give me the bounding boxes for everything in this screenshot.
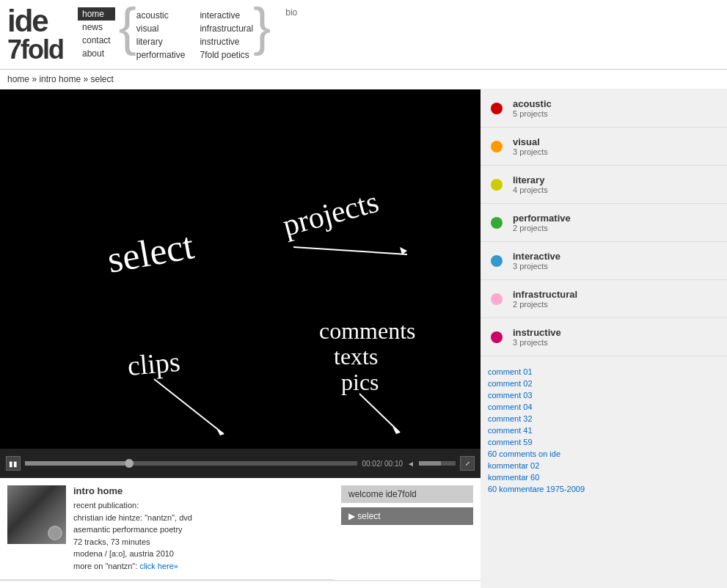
comments-60-ide[interactable]: 60 comments on ide <box>488 448 720 460</box>
breadcrumb-current: select <box>90 74 113 84</box>
performative-name: performative <box>513 213 571 224</box>
playlist-welcome[interactable]: welcome ide7fold <box>341 485 473 503</box>
album-art <box>7 485 66 544</box>
visual-count: 3 projects <box>513 147 548 156</box>
nav-col-2: interactive infrastructural instructive … <box>200 9 253 62</box>
nav-contact[interactable]: contact <box>78 34 115 47</box>
progress-bar[interactable] <box>25 461 357 466</box>
fullscreen-button[interactable]: ⤢ <box>460 456 475 471</box>
author-text: christian ide hintze: "nantzn", dvd <box>73 512 326 524</box>
location-text: modena / [a:o], austria 2010 <box>73 548 326 560</box>
progress-fill <box>25 461 125 466</box>
interactive-dot <box>491 255 503 267</box>
video-container: select projects clips comments texts pic… <box>0 89 481 478</box>
breadcrumb-home[interactable]: home <box>7 74 29 84</box>
category-list: acoustic 5 projects visual 3 projects li… <box>481 89 727 356</box>
video-controls: ▮▮ 00:02/ 00:10 ◄ ⤢ <box>0 449 481 478</box>
info-text: intro home recent publication: christian… <box>73 485 326 572</box>
nav-visual[interactable]: visual <box>136 22 186 35</box>
category-instructive[interactable]: instructive 3 projects <box>481 318 727 356</box>
comment-41[interactable]: comment 41 <box>488 425 720 436</box>
kommentare-60[interactable]: 60 kommentare 1975-2009 <box>488 483 720 495</box>
nav-interactive[interactable]: interactive <box>200 9 253 22</box>
recent-label: recent publication: <box>73 499 326 512</box>
nav-7fold[interactable]: 7fold poetics <box>200 48 253 62</box>
svg-text:comments: comments <box>319 317 416 344</box>
performative-count: 2 projects <box>513 224 571 232</box>
nav-about[interactable]: about <box>78 47 115 60</box>
comment-02[interactable]: comment 02 <box>488 378 720 389</box>
left-panel: select projects clips comments texts pic… <box>0 89 481 588</box>
comment-59[interactable]: comment 59 <box>488 436 720 448</box>
infrastructural-dot <box>491 293 503 305</box>
interactive-count: 3 projects <box>513 262 560 271</box>
category-interactive[interactable]: interactive 3 projects <box>481 242 727 280</box>
brace-open: { <box>119 0 136 53</box>
nav-infrastructural[interactable]: infrastructural <box>200 22 253 35</box>
logo: ide 7fold <box>7 6 63 63</box>
info-title: intro home <box>73 485 326 496</box>
nav-col-1: acoustic visual literary performative <box>136 9 186 62</box>
interactive-name: interactive <box>513 251 560 262</box>
nav-news[interactable]: news <box>78 21 115 34</box>
brace-close: } <box>253 0 271 53</box>
svg-text:texts: texts <box>334 343 378 370</box>
infrastructural-name: infrastructural <box>513 289 577 300</box>
comment-04[interactable]: comment 04 <box>488 401 720 413</box>
kommentar-60[interactable]: kommentar 60 <box>488 471 720 483</box>
kommentar-02[interactable]: kommentar 02 <box>488 460 720 471</box>
comment-32[interactable]: comment 32 <box>488 413 720 425</box>
instructive-name: instructive <box>513 327 561 338</box>
playlist-select[interactable]: ▶ select <box>341 507 473 525</box>
svg-text:clips: clips <box>126 346 181 381</box>
category-nav: acoustic visual literary performative in… <box>136 9 253 62</box>
svg-rect-0 <box>0 89 481 449</box>
volume-bar[interactable] <box>419 461 456 466</box>
literary-dot <box>491 179 503 191</box>
category-visual[interactable]: visual 3 projects <box>481 128 727 166</box>
subtitle-text: asemantic performance poetry <box>73 523 326 536</box>
visual-dot <box>491 141 503 152</box>
literary-name: literary <box>513 174 548 185</box>
more-link[interactable]: click here» <box>139 562 178 570</box>
nav-home[interactable]: home <box>78 7 115 21</box>
comments-panel: comment 01 comment 02 comment 03 comment… <box>481 360 727 501</box>
nav-instructive[interactable]: instructive <box>200 35 253 48</box>
category-performative[interactable]: performative 2 projects <box>481 204 727 242</box>
acoustic-count: 5 projects <box>513 109 552 118</box>
video-content: select projects clips comments texts pic… <box>0 89 481 449</box>
volume-icon: ◄ <box>407 460 414 468</box>
support-text: ide7fold is supported by "ausgetrock.net… <box>0 581 481 588</box>
nav-performative[interactable]: performative <box>136 48 186 62</box>
category-infrastructural[interactable]: infrastructural 2 projects <box>481 280 727 318</box>
performative-dot <box>491 217 503 229</box>
category-literary[interactable]: literary 4 projects <box>481 166 727 204</box>
progress-thumb <box>125 459 134 468</box>
info-panel: intro home recent publication: christian… <box>0 478 334 580</box>
nav-acoustic[interactable]: acoustic <box>136 9 186 22</box>
tracks-text: 72 tracks, 73 minutes <box>73 536 326 548</box>
comment-03[interactable]: comment 03 <box>488 389 720 401</box>
info-row: intro home recent publication: christian… <box>0 478 481 581</box>
breadcrumb-intro[interactable]: intro home <box>39 74 81 84</box>
acoustic-dot <box>491 103 503 114</box>
breadcrumb: home » intro home » select <box>0 70 727 89</box>
bio-link-container: bio <box>285 7 297 18</box>
visual-name: visual <box>513 136 548 147</box>
infrastructural-count: 2 projects <box>513 300 577 309</box>
nav-literary[interactable]: literary <box>136 35 186 48</box>
more-text: more on "nantzn": click here» <box>73 560 326 573</box>
play-button[interactable]: ▮▮ <box>6 456 21 471</box>
acoustic-name: acoustic <box>513 98 552 109</box>
main-content: select projects clips comments texts pic… <box>0 89 727 588</box>
playlist-panel: welcome ide7fold ▶ select <box>334 478 481 580</box>
literary-count: 4 projects <box>513 185 548 194</box>
right-panel: acoustic 5 projects visual 3 projects li… <box>481 89 727 588</box>
video-canvas[interactable]: select projects clips comments texts pic… <box>0 89 481 449</box>
instructive-count: 3 projects <box>513 338 561 347</box>
main-nav: home news contact about <box>78 7 115 60</box>
category-acoustic[interactable]: acoustic 5 projects <box>481 89 727 128</box>
bio-link[interactable]: bio <box>285 7 297 18</box>
comment-01[interactable]: comment 01 <box>488 366 720 378</box>
instructive-dot <box>491 331 503 343</box>
